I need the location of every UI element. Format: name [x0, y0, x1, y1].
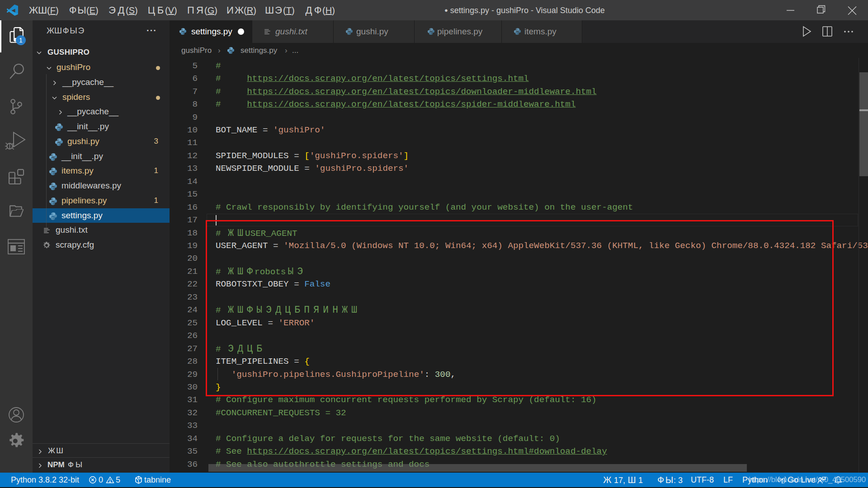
svg-text:1: 1 — [19, 37, 23, 44]
